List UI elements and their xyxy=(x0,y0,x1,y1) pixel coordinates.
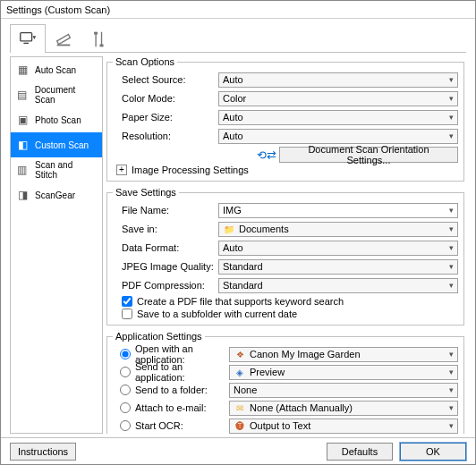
sidebar-item-scangear[interactable]: ◨ ScanGear xyxy=(11,182,102,207)
open-with-dropdown[interactable]: ❖ Canon My Image Garden xyxy=(229,347,458,362)
send-folder-radio[interactable]: Send to a folder: xyxy=(113,385,229,395)
tab-general-settings[interactable] xyxy=(81,24,117,53)
orientation-settings-button[interactable]: Document Scan Orientation Settings... xyxy=(279,147,458,163)
content-area: ▦ Auto Scan ▤ Document Scan ▣ Photo Scan… xyxy=(1,19,475,437)
image-processing-expander[interactable]: + Image Processing Settings xyxy=(116,165,458,175)
send-app-radio[interactable]: Send to an application: xyxy=(113,361,229,383)
svg-rect-0 xyxy=(21,32,32,40)
svg-rect-6 xyxy=(99,44,103,46)
tab-scan-from-computer[interactable] xyxy=(10,24,46,53)
pdf-keyword-checkbox[interactable]: Create a PDF file that supports keyword … xyxy=(122,296,458,307)
sidebar-item-label: Photo Scan xyxy=(35,115,81,125)
mail-icon: ✉ xyxy=(234,402,246,413)
sidebar-item-auto-scan[interactable]: ▦ Auto Scan xyxy=(11,57,102,82)
custom-scan-icon: ◧ xyxy=(15,138,30,152)
send-folder-radio-input[interactable] xyxy=(120,385,131,395)
preview-app-icon: ◈ xyxy=(234,367,246,377)
pdf-compression-dropdown[interactable]: Standard xyxy=(218,278,458,293)
paper-size-dropdown[interactable]: Auto xyxy=(218,110,458,125)
top-tabs xyxy=(10,24,466,53)
select-source-label: Select Source: xyxy=(113,74,218,85)
save-in-dropdown[interactable]: 📁 Documents xyxy=(218,222,458,237)
svg-rect-5 xyxy=(94,31,98,34)
color-mode-dropdown[interactable]: Color xyxy=(218,91,458,106)
sidebar-item-document-scan[interactable]: ▤ Document Scan xyxy=(11,82,102,107)
color-mode-label: Color Mode: xyxy=(113,93,218,104)
sidebar-item-scan-and-stitch[interactable]: ▥ Scan and Stitch xyxy=(11,157,102,182)
image-processing-label: Image Processing Settings xyxy=(132,165,249,175)
reset-crop-icon[interactable]: ⟲⇄ xyxy=(259,148,274,162)
start-ocr-dropdown[interactable]: 🅣 Output to Text xyxy=(229,418,458,434)
file-name-label: File Name: xyxy=(113,205,218,216)
svg-rect-1 xyxy=(23,42,29,43)
tab-scan-from-panel[interactable] xyxy=(46,24,81,53)
jpeg-quality-label: JPEG Image Quality: xyxy=(113,261,218,272)
save-settings-legend: Save Settings xyxy=(113,187,179,198)
monitor-scan-icon xyxy=(18,30,38,49)
send-folder-dropdown[interactable]: None xyxy=(229,383,458,398)
scanner-icon xyxy=(54,30,73,49)
document-scan-icon: ▤ xyxy=(15,88,30,102)
sidebar-item-label: ScanGear xyxy=(35,190,75,200)
send-app-dropdown[interactable]: ◈ Preview xyxy=(229,365,458,380)
attach-email-radio[interactable]: Attach to e-mail: xyxy=(113,402,229,413)
instructions-button[interactable]: Instructions xyxy=(10,443,76,461)
pdf-keyword-checkbox-input[interactable] xyxy=(122,296,132,307)
auto-scan-icon: ▦ xyxy=(15,63,30,77)
resolution-label: Resolution: xyxy=(113,131,218,141)
sidebar-item-photo-scan[interactable]: ▣ Photo Scan xyxy=(11,107,102,132)
send-app-radio-input[interactable] xyxy=(120,367,131,377)
jpeg-quality-dropdown[interactable]: Standard xyxy=(218,259,458,275)
plus-icon: + xyxy=(116,165,127,175)
defaults-button[interactable]: Defaults xyxy=(327,443,393,461)
ok-button[interactable]: OK xyxy=(400,443,466,461)
data-format-label: Data Format: xyxy=(113,242,218,253)
start-ocr-radio[interactable]: Start OCR: xyxy=(113,420,229,431)
attach-email-radio-input[interactable] xyxy=(120,402,131,413)
file-name-field[interactable]: IMG xyxy=(218,203,458,218)
app-icon: ❖ xyxy=(234,349,246,359)
pdf-compression-label: PDF Compression: xyxy=(113,280,218,291)
select-source-dropdown[interactable]: Auto xyxy=(218,72,458,88)
application-settings-legend: Application Settings xyxy=(113,331,205,342)
photo-scan-icon: ▣ xyxy=(15,113,30,127)
settings-window: Settings (Custom Scan) xyxy=(0,0,476,465)
save-settings-group: Save Settings File Name: IMG Save in: 📁 … xyxy=(106,187,464,326)
paper-size-label: Paper Size: xyxy=(113,112,218,123)
scan-options-legend: Scan Options xyxy=(113,56,177,67)
scangear-icon: ◨ xyxy=(15,188,30,202)
open-with-radio-input[interactable] xyxy=(120,349,131,359)
subfolder-checkbox[interactable]: Save to a subfolder with current date xyxy=(122,309,458,319)
svg-rect-2 xyxy=(57,44,71,46)
window-title: Settings (Custom Scan) xyxy=(1,1,475,19)
start-ocr-radio-input[interactable] xyxy=(120,420,131,431)
sidebar-item-label: Auto Scan xyxy=(35,65,76,75)
main-panel: Scan Options Select Source: Auto Color M… xyxy=(106,56,466,434)
body-row: ▦ Auto Scan ▤ Document Scan ▣ Photo Scan… xyxy=(10,56,466,434)
sidebar-item-label: Custom Scan xyxy=(35,140,89,150)
save-in-label: Save in: xyxy=(113,224,218,234)
tools-icon xyxy=(89,30,109,49)
sidebar: ▦ Auto Scan ▤ Document Scan ▣ Photo Scan… xyxy=(10,56,103,434)
resolution-dropdown[interactable]: Auto xyxy=(218,129,458,144)
scan-options-group: Scan Options Select Source: Auto Color M… xyxy=(106,56,464,182)
sidebar-item-custom-scan[interactable]: ◧ Custom Scan xyxy=(11,132,102,157)
attach-email-dropdown[interactable]: ✉ None (Attach Manually) xyxy=(229,401,458,416)
application-settings-group: Application Settings Open with an applic… xyxy=(106,331,464,434)
text-icon: 🅣 xyxy=(234,420,246,431)
subfolder-checkbox-input[interactable] xyxy=(122,309,132,319)
footer: Instructions Defaults OK xyxy=(1,437,475,464)
sidebar-item-label: Scan and Stitch xyxy=(35,160,98,180)
folder-icon: 📁 xyxy=(223,224,235,234)
data-format-dropdown[interactable]: Auto xyxy=(218,241,458,256)
sidebar-item-label: Document Scan xyxy=(35,85,98,105)
stitch-icon: ▥ xyxy=(15,163,30,177)
